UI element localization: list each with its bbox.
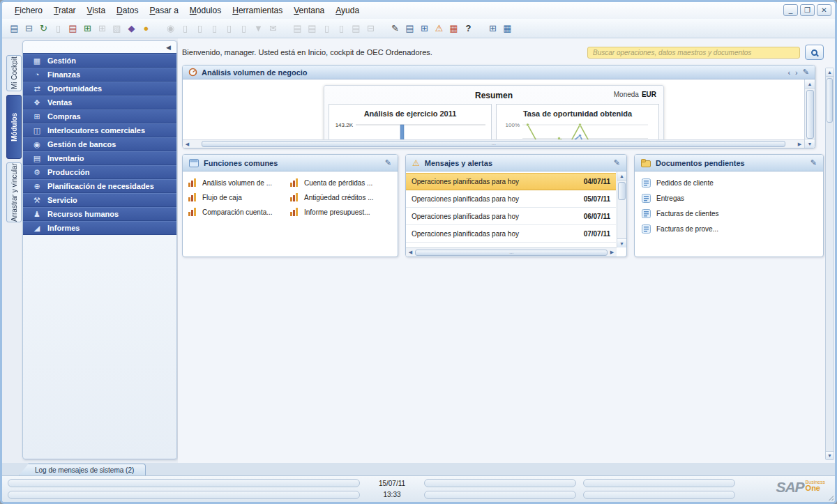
system-messages-log-tab[interactable]: Log de mensajes de sistema (2) xyxy=(19,464,146,475)
hscroll-thumb[interactable]: ⋯ xyxy=(202,141,785,147)
function-link-cuenta-de-perdidas[interactable]: Cuenta de pérdidas ... xyxy=(290,178,392,187)
find-icon[interactable]: ◉ xyxy=(164,22,177,35)
tab-modulos[interactable]: Módulos xyxy=(6,95,22,159)
card-settings-icon[interactable]: ✎ xyxy=(614,158,620,167)
document-draft-icon[interactable]: ▯ xyxy=(320,22,333,35)
scroll-down-icon[interactable]: ▼ xyxy=(826,451,834,459)
scroll-left-icon[interactable]: ◀ xyxy=(183,142,192,147)
menu-datos[interactable]: Datos xyxy=(111,4,144,17)
sidebar-item-produccion[interactable]: ⚙Producción xyxy=(23,165,176,179)
menu-ventana[interactable]: Ventana xyxy=(288,4,330,17)
sidebar-item-compras[interactable]: ⊞Compras xyxy=(23,109,176,123)
vscroll-thumb[interactable] xyxy=(806,90,814,139)
vscroll-thumb[interactable] xyxy=(618,182,626,200)
restore-button[interactable]: ❐ xyxy=(800,4,815,16)
sidebar-item-servicio[interactable]: ⚒Servicio xyxy=(23,193,176,207)
calendar-icon[interactable]: ▦ xyxy=(447,22,460,35)
menu-vista[interactable]: Vista xyxy=(82,4,111,17)
scroll-up-icon[interactable]: ▲ xyxy=(617,171,626,181)
scroll-right-icon[interactable]: ▶ xyxy=(795,142,804,147)
search-button[interactable] xyxy=(805,45,824,60)
close-button[interactable]: ✕ xyxy=(817,4,831,16)
function-link-informe-presupuest[interactable]: Informe presupuest... xyxy=(290,208,392,216)
card-settings-icon[interactable]: ✎ xyxy=(385,158,391,167)
first-record-icon[interactable]: ▯ xyxy=(179,22,192,35)
sidebar-item-gestion[interactable]: ▦Gestión xyxy=(23,54,176,68)
document-link-facturas-de-clientes[interactable]: Facturas de clientes xyxy=(642,209,816,218)
filter-icon[interactable]: ▼ xyxy=(252,22,265,35)
refresh-icon[interactable]: ↻ xyxy=(37,22,50,35)
scroll-down-icon[interactable]: ▼ xyxy=(805,139,815,148)
sidebar-item-interlocutores-comerciales[interactable]: ◫Interlocutores comerciales xyxy=(23,123,176,137)
alert-row[interactable]: Operaciones planificadas para hoy07/07/1… xyxy=(406,225,616,243)
menu-herramientas[interactable]: Herramientas xyxy=(227,4,288,17)
payment-icon[interactable]: ▤ xyxy=(291,22,304,35)
help-icon[interactable]: ? xyxy=(462,22,475,35)
print-preview-icon[interactable]: ▤ xyxy=(8,22,21,35)
sidebar-item-inventario[interactable]: ▤Inventario xyxy=(23,151,176,165)
vscroll-thumb[interactable] xyxy=(827,78,833,123)
function-link-comparacion-cuenta[interactable]: Comparación cuenta... xyxy=(188,208,290,216)
analysis-vscrollbar[interactable]: ▲ ▼ xyxy=(804,79,815,148)
alert-row[interactable]: Operaciones planificadas para hoy04/07/1… xyxy=(406,173,616,190)
sidebar-item-recursos-humanos[interactable]: ♟Recursos humanos xyxy=(23,207,176,221)
panel-prev-icon[interactable]: ‹ xyxy=(787,68,790,77)
monitor-icon[interactable]: ▦ xyxy=(501,22,514,35)
previous-record-icon[interactable]: ▯ xyxy=(193,22,206,35)
alert-row[interactable]: Operaciones planificadas para hoy06/07/1… xyxy=(406,208,616,225)
function-link-flujo-de-caja[interactable]: Flujo de caja xyxy=(188,193,290,201)
document-link-pedidos-de-cliente[interactable]: Pedidos de cliente xyxy=(642,178,816,188)
scroll-down-icon[interactable]: ▼ xyxy=(617,238,626,247)
minimize-button[interactable]: _ xyxy=(783,4,798,16)
print-icon[interactable]: ⊟ xyxy=(22,22,36,35)
query-icon[interactable]: ⊞ xyxy=(418,22,431,35)
analysis-hscrollbar[interactable]: ◀ ⋯ ▶ xyxy=(183,139,804,148)
mailbox-icon[interactable]: ✉ xyxy=(266,22,280,35)
alert-icon[interactable]: ⚠ xyxy=(432,22,446,35)
sidebar-item-ventas[interactable]: ❖Ventas xyxy=(23,96,176,109)
sidebar-item-oportunidades[interactable]: ⇄Oportunidades xyxy=(23,82,176,96)
record-icon[interactable]: ▯ xyxy=(237,22,250,35)
tab-mi-cockpit[interactable]: Mi Cockpit xyxy=(6,55,22,91)
duplicate-icon[interactable]: ▤ xyxy=(349,22,363,35)
lock-icon[interactable]: ● xyxy=(140,22,153,35)
search-input[interactable] xyxy=(587,47,800,59)
function-link-analisis-volumen-de[interactable]: Análisis volumen de ... xyxy=(188,178,290,187)
function-link-antiguedad-creditos[interactable]: Antigüedad créditos ... xyxy=(290,193,392,201)
messages-vscrollbar[interactable]: ▲ ▼ xyxy=(617,171,626,247)
cockpit-vscrollbar[interactable]: ▲ ▼ xyxy=(825,68,834,460)
panel-settings-icon[interactable]: ✎ xyxy=(803,68,809,77)
payment-wizard-icon[interactable]: ▤ xyxy=(306,22,319,35)
menu-ayuda[interactable]: Ayuda xyxy=(330,4,365,17)
remove-icon[interactable]: ⊟ xyxy=(364,22,377,35)
scroll-right-icon[interactable]: ▶ xyxy=(608,250,617,255)
scroll-up-icon[interactable]: ▲ xyxy=(826,68,834,77)
sidebar-collapse-icon[interactable]: ◀ xyxy=(166,44,171,51)
sidebar-item-finanzas[interactable]: ◔Finanzas xyxy=(23,68,176,82)
next-record-icon[interactable]: ▯ xyxy=(208,22,221,35)
sidebar-item-planificacion-de-necesidades[interactable]: ⊕Planificación de necesidades xyxy=(23,179,176,193)
navigate-icon[interactable]: ◆ xyxy=(125,22,138,35)
settings-icon[interactable]: ⊞ xyxy=(486,22,499,35)
scroll-up-icon[interactable]: ▲ xyxy=(805,79,815,89)
menu-fichero[interactable]: Fichero xyxy=(9,4,48,17)
panel-next-icon[interactable]: › xyxy=(795,68,798,77)
alert-row[interactable]: Operaciones planificadas para hoy05/07/1… xyxy=(406,190,616,208)
messages-hscrollbar[interactable]: ◀ ⋯ ▶ xyxy=(406,247,617,257)
sidebar-item-informes[interactable]: ◢Informes xyxy=(23,221,176,235)
document-link-entregas[interactable]: Entregas xyxy=(642,194,816,203)
tab-arrastrar-y-vincular[interactable]: Arrastrar y vincular xyxy=(6,162,22,222)
card-settings-icon[interactable]: ✎ xyxy=(810,158,817,167)
menu-tratar[interactable]: Tratar xyxy=(48,4,82,17)
clipboard-icon[interactable]: ▯ xyxy=(52,22,65,35)
scroll-left-icon[interactable]: ◀ xyxy=(406,250,415,255)
last-record-icon[interactable]: ▯ xyxy=(223,22,236,35)
export-excel-icon[interactable]: ⊞ xyxy=(81,22,94,35)
document-link-facturas-de-prove[interactable]: Facturas de prove... xyxy=(642,224,816,234)
edit-icon[interactable]: ✎ xyxy=(389,22,402,35)
export-word-icon[interactable]: ⊞ xyxy=(96,22,109,35)
sidebar-item-gestion-de-bancos[interactable]: ◉Gestión de bancos xyxy=(23,137,176,151)
hscroll-thumb[interactable]: ⋯ xyxy=(415,250,608,256)
export-image-icon[interactable]: ▧ xyxy=(110,22,123,35)
export-pdf-icon[interactable]: ▤ xyxy=(66,22,80,35)
